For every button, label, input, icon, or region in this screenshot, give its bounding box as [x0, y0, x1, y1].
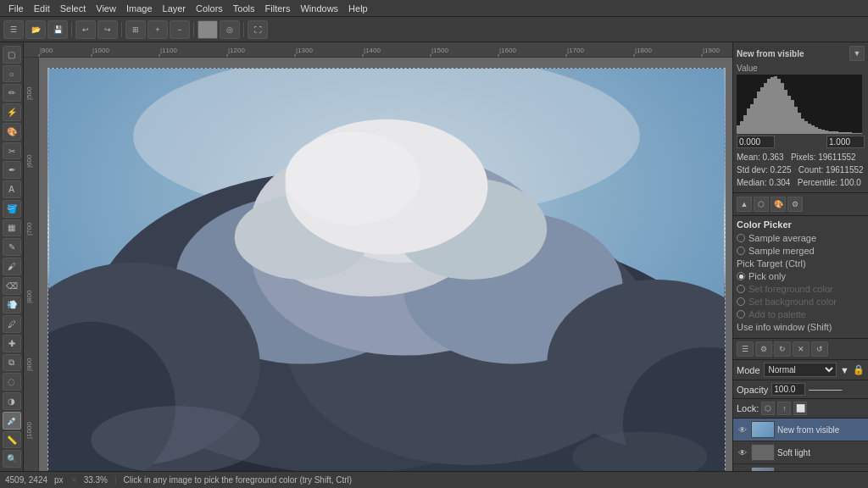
menu-filters[interactable]: Filters — [260, 3, 296, 14]
tool-paintbrush[interactable]: 🖌 — [3, 258, 21, 275]
layers-menu-btn[interactable]: ☰ — [737, 341, 754, 357]
histogram-canvas — [737, 75, 862, 134]
new-button[interactable]: ☰ — [3, 20, 24, 39]
radio-add-to-palette[interactable] — [737, 310, 745, 319]
svg-rect-52 — [743, 115, 747, 134]
tool-clone[interactable]: ⧉ — [3, 354, 21, 372]
layer-thumb-0 — [751, 421, 775, 438]
open-button[interactable]: 📂 — [25, 20, 46, 39]
tool-free-select[interactable]: ✏ — [3, 84, 21, 102]
histogram-menu-btn[interactable]: ▼ — [849, 46, 865, 61]
opacity-input[interactable] — [771, 383, 805, 396]
tool-paths[interactable]: ✒ — [3, 161, 21, 179]
radio-pick-only[interactable] — [737, 272, 745, 280]
tool-airbrush[interactable]: 💨 — [3, 297, 21, 314]
menu-select[interactable]: Select — [55, 3, 92, 14]
lock-position-btn[interactable]: ↑ — [777, 402, 791, 415]
menu-image[interactable]: Image — [121, 3, 158, 14]
svg-rect-65 — [787, 96, 791, 134]
tool-text[interactable]: A — [3, 180, 21, 198]
tool-measure[interactable]: 📏 — [3, 431, 21, 449]
svg-point-48 — [91, 406, 259, 471]
redo-button[interactable]: ↪ — [97, 20, 118, 39]
menu-colors[interactable]: Colors — [191, 3, 228, 14]
menu-windows[interactable]: Windows — [295, 3, 343, 14]
radio-set-background[interactable] — [737, 297, 745, 306]
svg-rect-58 — [764, 83, 767, 134]
tool-ink[interactable]: 🖊 — [3, 315, 21, 333]
layers-delete-btn[interactable]: ✕ — [793, 341, 810, 357]
tool-rect-select[interactable]: ▢ — [3, 46, 21, 64]
main-area: ▢ ○ ✏ ⚡ 🎨 ✂ ✒ A 🪣 ▦ ✎ 🖌 ⌫ 💨 🖊 ✚ ⧉ ◌ ◑ 💉 … — [0, 42, 868, 471]
tool-bucket-fill[interactable]: 🪣 — [3, 200, 21, 218]
option-use-info-window[interactable]: Use info window (Shift) — [737, 322, 865, 332]
tool-dodge[interactable]: ◑ — [3, 392, 21, 410]
lock-pixels-btn[interactable]: ⬡ — [761, 402, 775, 415]
zoom-in-button[interactable]: + — [147, 20, 168, 39]
option-sample-average[interactable]: Sample average — [737, 233, 865, 243]
menu-tools[interactable]: Tools — [228, 3, 260, 14]
svg-rect-63 — [781, 83, 784, 134]
option-set-foreground[interactable]: Set foreground color — [737, 284, 865, 294]
menu-help[interactable]: Help — [343, 3, 373, 14]
status-unit: px — [54, 475, 64, 485]
tool-opt-icon-1[interactable]: ▲ — [737, 197, 752, 212]
lock-alpha-btn[interactable]: ⬜ — [793, 402, 807, 415]
tool-opt-icon-4[interactable]: ⚙ — [787, 197, 803, 212]
layer-visibility-1[interactable]: 👁 — [737, 446, 748, 458]
tool-eraser[interactable]: ⌫ — [3, 277, 21, 295]
zoom-fit-button[interactable]: ⊞ — [125, 20, 146, 39]
radio-sample-average[interactable] — [737, 234, 745, 242]
menu-view[interactable]: View — [91, 3, 121, 14]
mode-select[interactable]: Normal Soft light Multiply — [764, 363, 837, 377]
option-pick-only[interactable]: Pick only — [737, 271, 865, 281]
histogram-max-input[interactable] — [826, 136, 865, 148]
layer-item-0[interactable]: 👁 New from visible — [733, 419, 868, 441]
layer-name-1: Soft light — [777, 448, 865, 458]
tool-scissors[interactable]: ✂ — [3, 142, 21, 160]
layers-undo-btn[interactable]: ↺ — [811, 341, 828, 357]
tool-color-select[interactable]: 🎨 — [3, 123, 21, 141]
tool-opt-icon-3[interactable]: 🎨 — [771, 197, 786, 212]
svg-rect-84 — [852, 133, 855, 134]
svg-text:|1100: |1100 — [160, 47, 177, 54]
option-sample-merged[interactable]: Sample merged — [737, 246, 865, 256]
option-add-to-palette[interactable]: Add to palette — [737, 309, 865, 319]
tool-gradient[interactable]: ▦ — [3, 219, 21, 237]
zoom-out-button[interactable]: − — [170, 20, 190, 39]
option-set-background[interactable]: Set background color — [737, 297, 865, 307]
color-button[interactable] — [198, 20, 218, 39]
histogram-min-input[interactable] — [737, 136, 775, 148]
tool-zoom[interactable]: 🔍 — [3, 450, 21, 468]
layer-visibility-0[interactable]: 👁 — [737, 424, 748, 435]
mode-arrow: ▼ — [840, 365, 849, 375]
tool-color-picker[interactable]: 💉 — [3, 412, 21, 430]
layers-options-btn[interactable]: ⚙ — [755, 341, 772, 357]
layer-item-2[interactable]: 👁 DSF0937.RAF — [733, 464, 868, 471]
layers-mode: Mode Normal Soft light Multiply ▼ 🔒 — [733, 360, 868, 380]
layers-new-btn[interactable]: ↻ — [774, 341, 791, 357]
tool-heal[interactable]: ✚ — [3, 335, 21, 352]
canvas-area[interactable]: |900 |1000 |1100 |1200 |1300 |1400 |1500… — [24, 42, 732, 471]
menu-edit[interactable]: Edit — [29, 3, 55, 14]
fullscreen-button[interactable]: ⛶ — [248, 20, 268, 39]
radio-sample-merged[interactable] — [737, 247, 745, 255]
tool-pencil[interactable]: ✎ — [3, 238, 21, 256]
radio-set-foreground[interactable] — [737, 285, 745, 293]
menu-file[interactable]: File — [3, 3, 29, 14]
tool-fuzzy-select[interactable]: ⚡ — [3, 103, 21, 121]
menu-layer[interactable]: Layer — [158, 3, 192, 14]
tool-opt-icon-2[interactable]: ⬡ — [754, 197, 769, 212]
save-button[interactable]: 💾 — [47, 20, 68, 39]
toolbar-separator-3 — [193, 22, 194, 37]
status-sep-1: ✕ — [70, 475, 77, 485]
tool-ellipse-select[interactable]: ○ — [3, 65, 21, 83]
canvas-wrapper[interactable] — [39, 58, 732, 471]
canvas-image[interactable] — [47, 68, 726, 471]
layer-item-1[interactable]: 👁 Soft light — [733, 441, 868, 464]
undo-button[interactable]: ↩ — [75, 20, 96, 39]
status-sep-2: | — [114, 475, 117, 485]
right-panel: New from visible ▼ Value — [732, 42, 868, 471]
tool-blur[interactable]: ◌ — [3, 373, 21, 391]
brush-size-button[interactable]: ◎ — [220, 20, 240, 39]
